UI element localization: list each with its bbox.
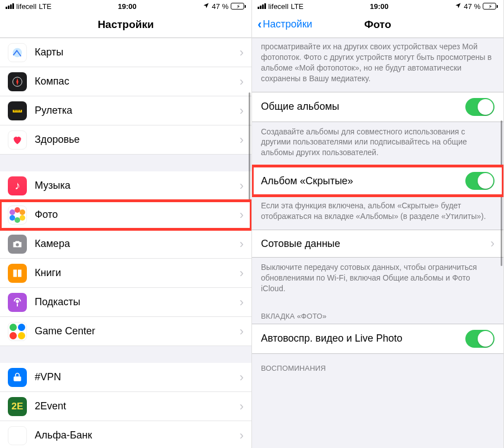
maps-icon <box>8 43 27 62</box>
row-label: Рулетка <box>35 105 240 116</box>
status-time: 19:00 <box>118 2 137 11</box>
carrier-label: lifecell <box>16 2 36 11</box>
settings-screen: lifecell LTE 19:00 47 % ⚡︎ Настройки Кар… <box>0 0 252 448</box>
location-icon <box>203 2 209 11</box>
settings-row-alfabank[interactable]: A Альфа-Банк › <box>0 421 251 448</box>
photos-settings-content[interactable]: просматривайте их на других своих устрой… <box>252 38 503 448</box>
chevron-right-icon: › <box>240 399 244 414</box>
row-label: Компас <box>35 76 240 87</box>
back-button[interactable]: ‹ Настройки <box>252 18 318 31</box>
battery-percent: 47 % <box>464 2 480 11</box>
shared-albums-footer: Создавайте альбомы для совместного испол… <box>252 122 503 166</box>
carrier-label: lifecell <box>268 2 288 11</box>
hidden-album-toggle[interactable] <box>465 172 494 190</box>
settings-list[interactable]: Карты › Компас › Рулетка › Здоровье › <box>0 38 251 448</box>
chevron-right-icon: › <box>240 208 244 222</box>
network-label: LTE <box>39 2 52 11</box>
cellular-footer: Выключите передачу сотовых данных, чтобы… <box>252 258 503 302</box>
cell-label: Альбом «Скрытые» <box>261 175 465 187</box>
chevron-right-icon: › <box>240 45 244 60</box>
battery-icon: ⚡︎ <box>231 3 246 10</box>
shared-albums-row[interactable]: Общие альбомы <box>252 92 503 122</box>
chevron-right-icon: › <box>240 428 244 443</box>
page-title: Настройки <box>0 18 251 31</box>
twoevent-icon: 2E <box>8 397 27 416</box>
row-label: Книги <box>35 267 240 279</box>
settings-row-vpn[interactable]: #VPN › <box>0 363 251 392</box>
settings-row-maps[interactable]: Карты › <box>0 38 251 67</box>
memories-section-header: ВОСПОМИНАНИЯ <box>252 354 503 376</box>
row-label: Альфа-Банк <box>35 430 240 441</box>
alfabank-icon: A <box>8 426 27 445</box>
vpn-icon <box>8 368 27 387</box>
row-label: 2Event <box>35 400 240 412</box>
battery-percent: 47 % <box>212 2 228 11</box>
battery-icon: ⚡︎ <box>483 3 498 10</box>
chevron-left-icon: ‹ <box>258 18 262 31</box>
svg-point-8 <box>16 243 19 246</box>
autoplay-row[interactable]: Автовоспр. видео и Live Photo <box>252 324 503 354</box>
status-time: 19:00 <box>370 2 389 11</box>
photos-icon <box>8 206 27 225</box>
signal-icon <box>258 3 266 9</box>
chevron-right-icon: › <box>240 179 244 193</box>
back-label: Настройки <box>263 18 312 30</box>
location-icon <box>455 2 461 11</box>
hidden-album-footer: Если эта функция включена, альбом «Скрыт… <box>252 196 503 230</box>
cellular-data-row[interactable]: Сотовые данные › <box>252 230 503 258</box>
cell-label: Автовоспр. видео и Live Photo <box>261 333 465 344</box>
status-bar: lifecell LTE 19:00 47 % ⚡︎ <box>0 0 251 11</box>
row-label: Музыка <box>35 180 240 192</box>
settings-row-podcasts[interactable]: Подкасты › <box>0 288 251 317</box>
settings-row-2event[interactable]: 2E 2Event › <box>0 392 251 421</box>
compass-icon <box>8 72 27 91</box>
intro-footer-text: просматривайте их на других своих устрой… <box>252 38 503 92</box>
svg-rect-10 <box>13 376 21 381</box>
gamecenter-icon <box>8 322 27 341</box>
settings-row-music[interactable]: ♪ Музыка › <box>0 171 251 200</box>
row-label: Game Center <box>35 325 240 337</box>
photos-tab-section-header: ВКЛАДКА «ФОТО» <box>252 302 503 324</box>
row-label: Камера <box>35 238 240 250</box>
svg-point-9 <box>16 300 18 302</box>
chevron-right-icon: › <box>240 370 244 385</box>
shared-albums-toggle[interactable] <box>465 98 494 116</box>
status-bar: lifecell LTE 19:00 47 % ⚡︎ <box>252 0 503 11</box>
cell-label: Общие альбомы <box>261 101 465 113</box>
row-label: Здоровье <box>35 134 240 146</box>
settings-row-camera[interactable]: Камера › <box>0 230 251 259</box>
row-label: Карты <box>35 46 240 58</box>
hidden-album-row[interactable]: Альбом «Скрытые» <box>252 166 503 196</box>
chevron-right-icon: › <box>491 236 494 251</box>
network-label: LTE <box>291 2 304 11</box>
nav-header: ‹ Настройки Фото <box>252 11 503 38</box>
measure-icon <box>8 101 27 120</box>
nav-header: Настройки <box>0 11 251 38</box>
settings-row-measure[interactable]: Рулетка › <box>0 96 251 125</box>
row-label: Фото <box>35 209 240 221</box>
cell-label: Сотовые данные <box>261 238 491 250</box>
photos-settings-screen: lifecell LTE 19:00 47 % ⚡︎ ‹ Настройки Ф… <box>252 0 504 448</box>
chevron-right-icon: › <box>240 266 244 281</box>
chevron-right-icon: › <box>240 133 244 147</box>
health-icon <box>8 130 27 150</box>
settings-row-books[interactable]: Книги › <box>0 259 251 288</box>
settings-row-health[interactable]: Здоровье › <box>0 125 251 155</box>
chevron-right-icon: › <box>240 237 244 251</box>
settings-row-photos[interactable]: Фото › <box>0 200 251 230</box>
settings-row-compass[interactable]: Компас › <box>0 67 251 96</box>
chevron-right-icon: › <box>240 74 244 89</box>
chevron-right-icon: › <box>240 295 244 310</box>
group-separator <box>0 155 251 171</box>
row-label: Подкасты <box>35 296 240 308</box>
music-icon: ♪ <box>8 176 27 195</box>
autoplay-toggle[interactable] <box>465 330 494 348</box>
chevron-right-icon: › <box>240 104 244 118</box>
group-separator <box>0 346 251 363</box>
chevron-right-icon: › <box>240 324 244 339</box>
camera-icon <box>8 235 27 254</box>
row-label: #VPN <box>35 371 240 383</box>
podcasts-icon <box>8 293 27 312</box>
signal-icon <box>6 3 14 9</box>
settings-row-gamecenter[interactable]: Game Center › <box>0 317 251 346</box>
